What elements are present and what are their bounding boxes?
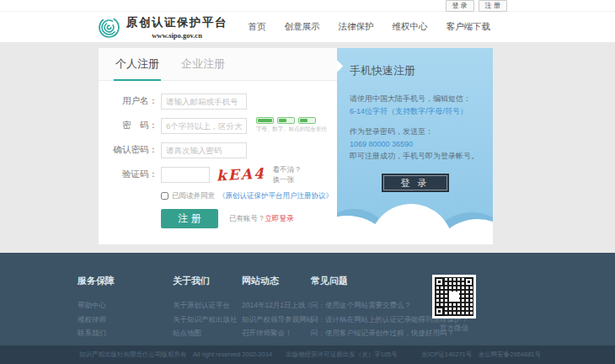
footer: 服务保障 帮助中心 维权律师 联系我们 关于我们 关于原创认证平台 关于知识产权… — [0, 253, 615, 345]
qr-finder — [435, 307, 444, 316]
footer-col-title: 关于我们 — [173, 275, 242, 287]
quick-register-panel: 手机快速注册 请使用中国大陆手机号，编辑短信： 6-14位字符（支持数字/字母/… — [337, 48, 493, 244]
captcha-label: 验证码： — [110, 169, 158, 180]
footer-link[interactable]: 维权律师 — [78, 313, 173, 327]
qr-center-logo — [449, 292, 459, 302]
register-tabs: 个人注册 企业注册 — [99, 48, 337, 81]
register-card: 个人注册 企业注册 用户名： 密 码： — [99, 48, 493, 244]
quick-register-line2: 6-14位字符（支持数字/字母/符号） — [350, 105, 480, 118]
nav-legal-protection[interactable]: 法律保护 — [339, 21, 374, 33]
logo-text: 原创认证保护平台 www.sipo.gov.cn — [126, 15, 227, 40]
footer-link[interactable]: 2014年12月1日上线！ — [242, 298, 311, 313]
footer-link[interactable]: 知识产权领导参观网站！ — [242, 313, 311, 327]
footer-link[interactable]: 召开律师聚会！ — [242, 326, 311, 340]
panel-arrow — [337, 60, 343, 73]
quick-register-line3: 作为登录密码，发送至： — [350, 126, 480, 138]
site-title: 原创认证保护平台 — [126, 15, 227, 30]
quick-register-line1: 请使用中国大陆手机号，编辑短信： — [350, 93, 480, 105]
submit-register-button[interactable]: 注 册 — [161, 209, 218, 228]
strength-level-1 — [256, 117, 274, 124]
main-section: 个人注册 企业注册 用户名： 密 码： — [0, 42, 615, 253]
password-row: 密 码： 字母、数字、标点的组合更佳 — [110, 117, 337, 134]
footer-col-faq: 常见问题 问：使用这个网站需要交费么？ 问：设计稿在网站上的认证记录能得到法律保… — [311, 275, 427, 345]
footer-col-title: 服务保障 — [78, 275, 173, 287]
footer-col-title: 网站动态 — [242, 275, 311, 287]
have-account-text: 已有账号？立即登录 — [229, 214, 294, 224]
nav-home[interactable]: 首页 — [249, 21, 266, 33]
cloud-base — [337, 234, 493, 244]
topbar: 登 录 注 册 — [0, 0, 615, 12]
username-row: 用户名： — [110, 93, 337, 110]
bottom-bar: 知识产权出版社有限责任公司版权所有 All right reserved 200… — [0, 345, 615, 364]
sms-number: 1069 80000 36590 — [350, 138, 480, 151]
username-input[interactable] — [161, 94, 247, 110]
confirm-password-row: 确认密码： — [110, 142, 337, 158]
password-strength-meter — [256, 117, 333, 124]
wechat-qr-block: 官方微信 — [429, 275, 479, 345]
tab-company-register[interactable]: 企业注册 — [181, 56, 225, 80]
qr-label: 官方微信 — [429, 324, 479, 334]
footer-col-service: 服务保障 帮助中心 维权律师 联系我们 — [78, 275, 173, 345]
captcha-refresh-line2: 换一张 — [273, 174, 302, 185]
password-strength: 字母、数字、标点的组合更佳 — [256, 117, 333, 134]
login-button[interactable]: 登 录 — [446, 0, 474, 12]
username-label: 用户名： — [110, 95, 158, 107]
captcha-refresh-link[interactable]: 看不清？ 换一张 — [273, 164, 302, 185]
nav-client-download[interactable]: 客户端下载 — [447, 21, 491, 33]
nav-rights-center[interactable]: 维权中心 — [393, 21, 428, 33]
qr-finder — [464, 277, 473, 286]
submit-row: 注 册 已有账号？立即登录 — [161, 209, 337, 228]
confirm-password-input[interactable] — [161, 142, 247, 158]
register-button[interactable]: 注 册 — [479, 0, 507, 12]
page: 登 录 注 册 原创认证保护平台 www.sipo.gov.cn 首页 创意展示… — [0, 0, 615, 364]
nav-creative-display[interactable]: 创意展示 — [285, 21, 320, 33]
fingerprint-icon — [98, 16, 120, 39]
confirm-password-label: 确认密码： — [110, 144, 158, 156]
have-account-label: 已有账号？ — [229, 214, 265, 222]
strength-level-3 — [298, 117, 316, 124]
footer-col-about: 关于我们 关于原创认证平台 关于知识产权出版社 站点地图 — [173, 275, 242, 345]
footer-link[interactable]: 问：使用这个网站需要交费么？ — [311, 298, 427, 313]
footer-link[interactable]: 关于原创认证平台 — [173, 298, 242, 313]
password-label: 密 码： — [110, 120, 158, 131]
site-logo[interactable]: 原创认证保护平台 www.sipo.gov.cn — [98, 15, 227, 40]
captcha-refresh-line1: 看不清？ — [273, 164, 302, 174]
agreement-link[interactable]: 《原创认证保护平台用户注册协议》 — [218, 191, 333, 201]
agreement-text: 已阅读并同意 — [172, 191, 215, 201]
agreement-checkbox[interactable] — [161, 192, 168, 200]
qr-finder — [435, 277, 444, 286]
quick-register-content: 手机快速注册 请使用中国大陆手机号，编辑短信： 6-14位字符（支持数字/字母/… — [350, 63, 480, 192]
quick-register-line4: 即可注册成功，手机号即为登录帐号。 — [350, 150, 480, 163]
footer-link[interactable]: 站点地图 — [173, 326, 242, 340]
header: 原创认证保护平台 www.sipo.gov.cn 首页 创意展示 法律保护 维权… — [0, 12, 615, 42]
copyright-text: 知识产权出版社有限责任公司版权所有 All right reserved 200… — [79, 351, 272, 359]
tab-personal-register[interactable]: 个人注册 — [115, 56, 159, 80]
password-input[interactable] — [161, 118, 247, 134]
agreement-row: 已阅读并同意 《原创认证保护平台用户注册协议》 — [161, 190, 337, 201]
quick-register-title: 手机快速注册 — [350, 63, 480, 78]
login-now-link[interactable]: 立即登录 — [265, 214, 294, 222]
footer-col-title: 常见问题 — [311, 275, 427, 287]
register-form-panel: 个人注册 企业注册 用户名： 密 码： — [99, 48, 337, 244]
captcha-image: kEA4 — [217, 165, 266, 185]
license-text: 出版物经营许可证新出发（京）字105号 — [286, 351, 398, 359]
site-url: www.sipo.gov.cn — [126, 31, 227, 40]
password-hint: 字母、数字、标点的组合更佳 — [256, 126, 327, 133]
strength-level-2 — [277, 117, 295, 124]
footer-link[interactable]: 联系我们 — [78, 326, 173, 340]
captcha-row: 验证码： kEA4 看不清？ 换一张 — [110, 166, 337, 183]
qr-code-image — [432, 275, 476, 318]
footer-link[interactable]: 问：使用客户端记录创作过程，快捷好用吗？ — [311, 326, 427, 340]
register-form-body: 用户名： 密 码： 字母、数字、标点的组合更佳 — [99, 81, 337, 228]
footer-link[interactable]: 问：设计稿在网站上的认证记录能得到法律保护？ — [311, 313, 427, 327]
copyright-block: 知识产权出版社有限责任公司版权所有 All right reserved 200… — [79, 351, 398, 359]
footer-col-news: 网站动态 2014年12月1日上线！ 知识产权领导参观网站！ 召开律师聚会！ — [242, 275, 311, 345]
quick-login-button[interactable]: 登 录 — [382, 174, 449, 192]
icp-text: 京ICP证140271号 京公网安备2954881号 — [421, 351, 541, 359]
captcha-input[interactable] — [161, 167, 210, 183]
main-nav: 首页 创意展示 法律保护 维权中心 客户端下载 — [249, 21, 491, 33]
footer-link[interactable]: 关于知识产权出版社 — [173, 313, 242, 327]
footer-link[interactable]: 帮助中心 — [78, 298, 173, 313]
